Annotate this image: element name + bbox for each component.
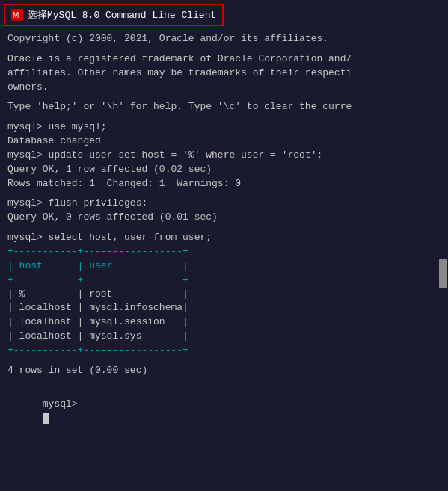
table-top-border: +-----------+-----------------+ [7, 245, 441, 259]
cmd-update-user: mysql> update user set host = '%' where … [7, 149, 441, 163]
rows-in-set: 4 rows in set (0.00 sec) [7, 364, 441, 378]
table-row-3: | localhost | mysql.sys | [7, 330, 441, 344]
scrollbar[interactable] [439, 259, 447, 288]
table-mid-border: +-----------+-----------------+ [7, 274, 441, 288]
query-ok-2: Query OK, 0 rows affected (0.01 sec) [7, 211, 441, 225]
oracle-line1: Oracle is a registered trademark of Orac… [7, 52, 441, 67]
query-ok-1: Query OK, 1 row affected (0.02 sec) [7, 163, 441, 177]
terminal-content[interactable]: Copyright (c) 2000, 2021, Oracle and/or … [0, 26, 448, 491]
oracle-line3: owners. [7, 81, 441, 95]
title-bar-text: 选择MySQL 8.0 Command Line Client [28, 8, 216, 22]
table-row-1: | localhost | mysql.infoschema| [7, 301, 441, 315]
oracle-line2: affiliates. Other names may be trademark… [7, 67, 441, 81]
table-row-0: | % | root | [7, 288, 441, 302]
final-prompt[interactable]: mysql> [7, 384, 441, 440]
cmd-flush: mysql> flush privileges; [7, 197, 441, 211]
mysql-window: M 选择MySQL 8.0 Command Line Client Copyri… [0, 0, 448, 491]
cursor [43, 413, 49, 424]
copyright-line: Copyright (c) 2000, 2021, Oracle and/or … [7, 32, 441, 46]
title-bar[interactable]: M 选择MySQL 8.0 Command Line Client [4, 4, 224, 26]
help-line: Type 'help;' or '\h' for help. Type '\c'… [7, 100, 441, 114]
cmd-select: mysql> select host, user from user; [7, 231, 441, 245]
svg-text:M: M [13, 11, 19, 19]
mysql-icon: M [11, 9, 23, 21]
cmd-use-mysql: mysql> use mysql; [7, 120, 441, 135]
final-prompt-text: mysql> [43, 398, 78, 410]
rows-matched: Rows matched: 1 Changed: 1 Warnings: 0 [7, 177, 441, 191]
table-row-2: | localhost | mysql.session | [7, 315, 441, 330]
db-changed: Database changed [7, 135, 441, 149]
table-bottom-border: +-----------+-----------------+ [7, 344, 441, 358]
table-header: | host | user | [7, 259, 441, 274]
